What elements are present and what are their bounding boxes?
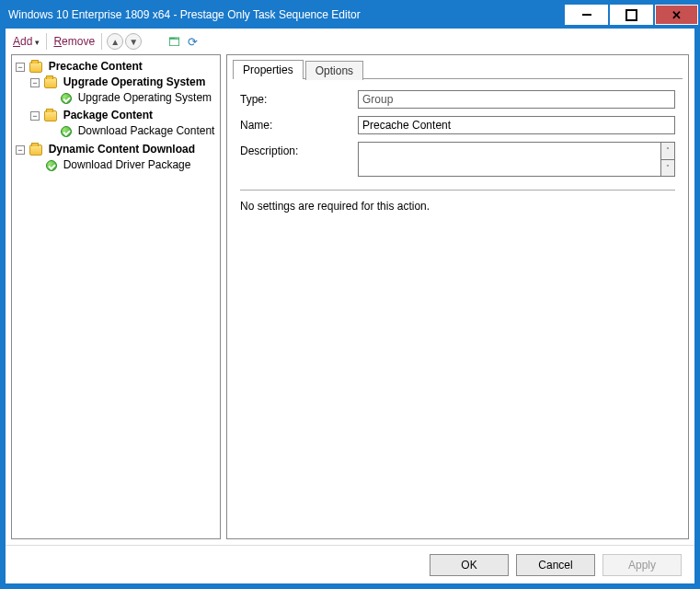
window-body: Add Remove ▲ ▼ 🗔 ⟳ Precache Content — [1, 29, 699, 588]
content: Precache Content Upgrade Operating Syste… — [6, 54, 694, 545]
folder-icon — [44, 77, 57, 88]
apply-button[interactable]: Apply — [602, 554, 682, 576]
collapse-icon[interactable] — [30, 78, 40, 87]
tree-label: Upgrade Operating System — [63, 75, 206, 88]
description-scroll[interactable]: ˄ ˅ — [660, 142, 675, 177]
tree-step[interactable]: Download Package Content — [45, 122, 218, 139]
description-field[interactable] — [358, 142, 660, 177]
check-icon — [46, 160, 57, 171]
name-label: Name: — [240, 116, 358, 132]
cancel-button[interactable]: Cancel — [516, 554, 595, 576]
collapse-icon[interactable] — [16, 63, 25, 72]
divider — [240, 190, 675, 191]
tree-group[interactable]: Package Content Download Package Content — [30, 107, 218, 140]
chevron-up-icon[interactable]: ˄ — [660, 142, 675, 159]
chevron-down-icon[interactable]: ˅ — [660, 159, 675, 178]
tree-group[interactable]: Precache Content Upgrade Operating Syste… — [16, 58, 218, 141]
tree-group[interactable]: Dynamic Content Download Download Driver… — [16, 141, 218, 174]
tree-group[interactable]: Upgrade Operating System Upgrade Operati… — [30, 74, 218, 107]
check-icon — [61, 126, 72, 137]
window: Windows 10 Enterprise 1809 x64 - Prestag… — [0, 0, 700, 589]
properties-icon[interactable]: 🗔 — [166, 33, 182, 50]
collapse-icon[interactable] — [30, 111, 40, 121]
type-label: Type: — [240, 90, 358, 106]
tree-label: Download Driver Package — [63, 158, 191, 171]
toolbar: Add Remove ▲ ▼ 🗔 ⟳ — [6, 29, 694, 54]
remove-button[interactable]: Remove — [52, 33, 97, 50]
tree-step[interactable]: Upgrade Operating System — [45, 89, 218, 106]
tree-label: Download Package Content — [78, 124, 215, 137]
minimize-button[interactable] — [566, 6, 607, 24]
tree-step[interactable]: Download Driver Package — [30, 156, 218, 173]
folder-icon — [29, 62, 42, 73]
window-title: Windows 10 Enterprise 1809 x64 - Prestag… — [1, 8, 361, 21]
toolbar-separator — [46, 33, 47, 50]
settings-note: No settings are required for this action… — [240, 200, 675, 213]
tab-options[interactable]: Options — [305, 61, 363, 80]
window-buttons — [564, 1, 699, 29]
collapse-icon[interactable] — [16, 145, 25, 155]
ok-button[interactable]: OK — [430, 554, 509, 576]
tree-label: Package Content — [63, 109, 153, 121]
tab-body: Type: Name: Description: ˄ ˅ — [233, 78, 683, 533]
add-menu[interactable]: Add — [11, 33, 41, 50]
tree-label: Upgrade Operating System — [78, 91, 212, 104]
toolbar-separator — [101, 33, 102, 50]
name-field[interactable] — [358, 116, 675, 134]
tab-properties[interactable]: Properties — [233, 60, 304, 79]
tree-label: Precache Content — [49, 60, 143, 73]
close-button[interactable] — [656, 6, 697, 24]
dialog-footer: OK Cancel Apply — [6, 545, 694, 583]
task-tree[interactable]: Precache Content Upgrade Operating Syste… — [11, 54, 221, 539]
folder-icon — [29, 144, 42, 156]
move-up-icon[interactable]: ▲ — [107, 33, 123, 50]
properties-panel: Properties Options Type: Name: Descripti… — [226, 54, 689, 539]
type-field — [358, 90, 675, 109]
refresh-icon[interactable]: ⟳ — [184, 33, 201, 50]
titlebar: Windows 10 Enterprise 1809 x64 - Prestag… — [1, 1, 699, 29]
description-label: Description: — [240, 142, 358, 157]
check-icon — [61, 93, 72, 104]
move-down-icon[interactable]: ▼ — [125, 33, 142, 50]
tree-label: Dynamic Content Download — [49, 143, 195, 156]
tab-strip: Properties Options — [227, 55, 688, 78]
maximize-button[interactable] — [611, 6, 652, 24]
folder-icon — [44, 110, 57, 121]
